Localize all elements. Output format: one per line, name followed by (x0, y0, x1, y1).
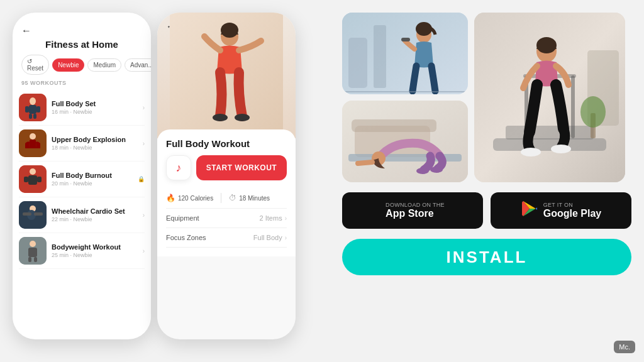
phone2-hero: ← (157, 13, 296, 138)
list-item[interactable]: Upper Body Explosion 18 min · Newbie › (19, 126, 145, 162)
treadmill-photo (474, 13, 625, 182)
flame-icon: 🔥 (166, 194, 175, 202)
music-icon: ♪ (176, 162, 182, 175)
workout-meta-1: 16 min · Newbie (52, 109, 138, 115)
svg-point-46 (430, 167, 443, 173)
card-actions: ♪ START WORKOUT (166, 155, 287, 180)
svg-rect-33 (374, 25, 386, 88)
app-store-sub: Download on the (386, 202, 445, 208)
workout-name-3: Full Body Burnout (52, 172, 133, 179)
phone1-title: Fitness at Home (21, 39, 142, 50)
focus-zones-label: Focus Zones (166, 234, 206, 241)
svg-point-1 (30, 97, 36, 105)
google-play-button[interactable]: GET IT ON Google Play (491, 192, 631, 229)
workout-info-2: Upper Body Explosion 18 min · Newbie (52, 136, 138, 151)
svg-rect-25 (34, 257, 37, 262)
svg-rect-3 (25, 106, 29, 112)
svg-point-45 (416, 168, 429, 174)
workout-thumb-1 (19, 94, 47, 121)
workout-meta-3: 20 min · Newbie (52, 180, 133, 187)
list-item[interactable]: Wheelchair Cardio Set 22 min · Newbie › (19, 197, 145, 233)
svg-point-22 (30, 241, 36, 247)
install-label: INSTALL (447, 248, 528, 267)
workout-info-3: Full Body Burnout 20 min · Newbie (52, 172, 133, 187)
svg-rect-14 (29, 185, 32, 190)
store-buttons: Download on the App Store GET IT ON Goog… (342, 192, 631, 229)
focus-zones-row[interactable]: Focus Zones Full Body › (166, 228, 287, 248)
app-store-text: Download on the App Store (386, 202, 445, 219)
calories-stat: 🔥 120 Calories (166, 194, 213, 202)
stats-row: 🔥 120 Calories ⏱ 18 Minutes (166, 188, 287, 209)
workout-meta-5: 25 min · Newbie (52, 252, 138, 258)
svg-rect-24 (28, 257, 31, 262)
workout-meta-4: 22 min · Newbie (52, 216, 138, 222)
svg-line-43 (358, 162, 372, 163)
google-play-text: GET IT ON Google Play (543, 202, 601, 219)
workout-meta-2: 18 min · Newbie (52, 145, 138, 151)
right-panel: Download on the App Store GET IT ON Goog… (342, 13, 631, 349)
install-button[interactable]: INSTALL (342, 239, 631, 275)
filter-newbie[interactable]: Newbie (52, 58, 84, 72)
filter-medium[interactable]: Medium (87, 58, 121, 72)
google-play-main: Google Play (543, 208, 601, 219)
workout-info-1: Full Body Set 16 min · Newbie (52, 100, 138, 115)
svg-point-29 (213, 114, 228, 121)
lock-icon: 🔒 (138, 176, 145, 182)
svg-point-35 (416, 22, 432, 36)
back-arrow-1[interactable]: ← (21, 25, 142, 36)
workout-name-2: Upper Body Explosion (52, 136, 138, 143)
filter-reset[interactable]: ↺ Reset (21, 55, 49, 75)
filter-advanced[interactable]: Advan... (125, 58, 151, 72)
svg-rect-13 (37, 177, 42, 182)
music-button[interactable]: ♪ (166, 155, 191, 180)
app-store-main: App Store (386, 208, 445, 219)
google-play-sub: GET IT ON (543, 202, 601, 208)
workout-arrow-1: › (143, 104, 145, 111)
workout-info-4: Wheelchair Cardio Set 22 min · Newbie (52, 207, 138, 222)
floor-exercise-photo (342, 101, 468, 182)
phone-mockup-2: ← (157, 13, 296, 339)
workout-name-1: Full Body Set (52, 100, 138, 107)
list-item[interactable]: Bodyweight Workout 25 min · Newbie › (19, 233, 145, 269)
list-item[interactable]: Full Body Set 16 min · Newbie › (19, 90, 145, 126)
photo-column-left (342, 13, 468, 182)
svg-rect-23 (28, 248, 37, 257)
phone-mockup-1: ← Fitness at Home ↺ Reset Newbie Medium … (13, 13, 151, 339)
workout-name-5: Bodyweight Workout (52, 243, 138, 251)
svg-rect-40 (352, 119, 436, 132)
svg-rect-49 (493, 138, 606, 151)
workout-arrow-5: › (143, 248, 145, 255)
workout-arrow-4: › (143, 212, 145, 219)
workout-thumb-3 (19, 165, 47, 193)
svg-point-55 (580, 96, 606, 128)
chevron-right-icon: › (285, 215, 287, 222)
gym-photo (342, 13, 468, 94)
svg-rect-12 (24, 177, 28, 182)
start-workout-button[interactable]: START WORKOUT (196, 155, 287, 180)
workout-info-5: Bodyweight Workout 25 min · Newbie (52, 243, 138, 258)
workout-arrow-2: › (143, 140, 145, 147)
google-play-icon (521, 200, 538, 222)
chevron-right-icon-2: › (285, 234, 287, 241)
svg-rect-2 (29, 105, 36, 114)
workout-list: Full Body Set 16 min · Newbie › (13, 90, 151, 269)
svg-rect-36 (401, 38, 410, 41)
equipment-label: Equipment (166, 214, 199, 222)
svg-point-30 (235, 114, 250, 121)
watermark: Mc. (614, 341, 635, 353)
workout-detail-title: Full Body Workout (166, 138, 287, 149)
equipment-row[interactable]: Equipment 2 Items › (166, 209, 287, 228)
svg-rect-6 (33, 114, 36, 119)
workout-name-4: Wheelchair Cardio Set (52, 207, 138, 215)
filter-row: ↺ Reset Newbie Medium Advan... (21, 55, 142, 75)
svg-rect-4 (36, 106, 40, 112)
svg-point-8 (30, 133, 36, 140)
focus-zones-value: Full Body › (253, 234, 287, 241)
svg-rect-5 (29, 114, 32, 119)
list-item[interactable]: Full Body Burnout 20 min · Newbie 🔒 (19, 162, 145, 197)
app-store-button[interactable]: Download on the App Store (342, 192, 483, 229)
workout-thumb-2 (19, 129, 47, 157)
stat-divider (221, 193, 221, 203)
phone2-card: Full Body Workout ♪ START WORKOUT 🔥 120 … (157, 129, 296, 256)
svg-rect-15 (33, 185, 36, 190)
